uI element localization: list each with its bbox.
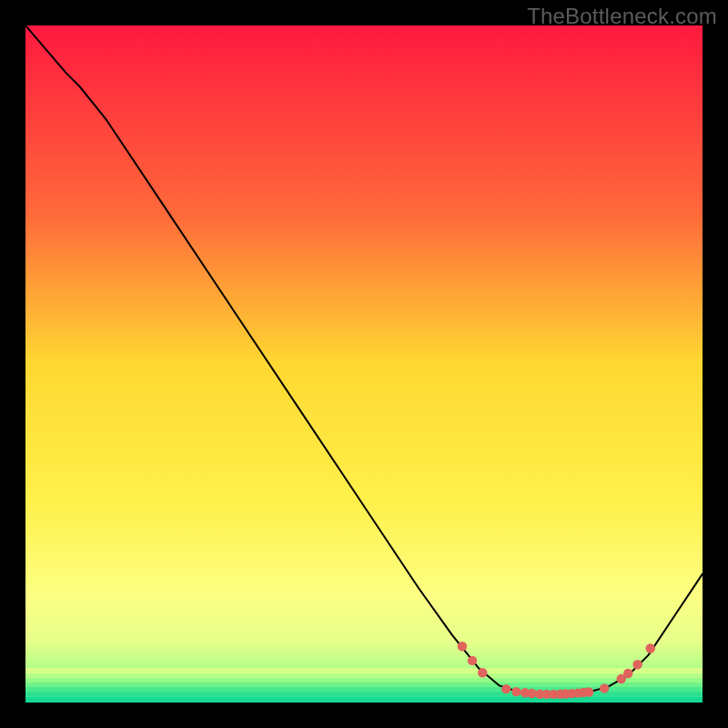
svg-rect-5 [25,692,703,697]
highlight-dot [527,689,536,698]
highlight-dot [501,684,511,693]
highlight-dot [478,668,487,677]
gradient-background [25,25,703,703]
highlight-dot [646,643,655,652]
highlight-dot [468,656,477,665]
chart-frame: TheBottleneck.com [0,0,728,728]
bottleneck-plot [25,25,703,703]
svg-rect-2 [25,678,703,682]
highlight-dot [632,660,642,669]
svg-rect-6 [25,697,703,703]
highlight-dot [584,687,593,696]
svg-rect-1 [25,673,703,678]
svg-rect-0 [25,668,703,673]
highlight-dot [511,687,521,696]
highlight-dot [623,669,632,678]
highlight-dot [458,642,467,651]
highlight-dot [600,683,609,693]
